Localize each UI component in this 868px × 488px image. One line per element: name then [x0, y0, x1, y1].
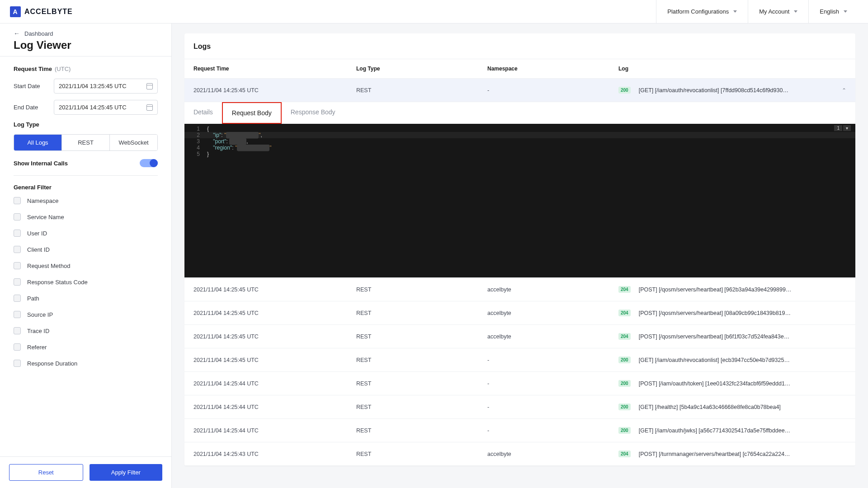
end-date-input[interactable]: 2021/11/04 14:25:45 UTC: [54, 100, 158, 115]
row-detail: DetailsRequest BodyResponse Body1▾1{2 "i…: [184, 102, 855, 278]
reset-button[interactable]: Reset: [9, 464, 83, 481]
cell-namespace: -: [487, 427, 618, 434]
cell-log: 200[POST] [/iam/oauth/token] [1ee01432fc…: [618, 380, 833, 387]
table-row[interactable]: 2021/11/04 14:25:45 UTCRESTaccelbyte204[…: [184, 325, 855, 348]
table-row[interactable]: 2021/11/04 14:25:45 UTCREST-200[GET] [/i…: [184, 348, 855, 372]
sidebar-footer: Reset Apply Filter: [0, 456, 171, 488]
cell-type: REST: [356, 451, 487, 457]
checkbox-icon: [14, 213, 21, 221]
divider: [14, 175, 158, 176]
language-menu[interactable]: English: [808, 0, 858, 23]
checkbox-icon: [14, 295, 21, 302]
my-account-label: My Account: [759, 8, 789, 15]
filter-item[interactable]: Path: [14, 295, 158, 302]
apply-filter-button[interactable]: Apply Filter: [90, 464, 163, 481]
table-row[interactable]: 2021/11/04 14:25:44 UTCREST-200[GET] [/i…: [184, 419, 855, 442]
filter-label: Request Method: [27, 263, 70, 269]
tab-response-body[interactable]: Response Body: [282, 102, 344, 124]
filter-label: Trace ID: [27, 328, 49, 334]
filter-item[interactable]: Request Method: [14, 262, 158, 269]
status-badge: 200: [618, 427, 631, 434]
start-date-input[interactable]: 2021/11/04 13:25:45 UTC: [54, 79, 158, 94]
table-row[interactable]: 2021/11/04 14:25:44 UTCREST-200[POST] [/…: [184, 372, 855, 395]
status-badge: 204: [618, 333, 631, 340]
table-body: 2021/11/04 14:25:45 UTCREST-200[GET] [/i…: [184, 79, 855, 466]
cell-namespace: accelbyte: [487, 310, 618, 316]
table-row[interactable]: 2021/11/04 14:25:43 UTCRESTaccelbyte204[…: [184, 442, 855, 466]
log-type-segment: All Logs REST WebSocket: [14, 134, 158, 151]
my-account-menu[interactable]: My Account: [748, 0, 808, 23]
status-badge: 200: [618, 380, 631, 387]
brand-logo: ACCELBYTE: [10, 6, 73, 17]
show-internal-label: Show Internal Calls: [14, 160, 68, 167]
table-header: Request Time Log Type Namespace Log: [184, 59, 855, 79]
cell-type: REST: [356, 286, 487, 293]
cell-namespace: accelbyte: [487, 451, 618, 457]
calendar-icon: [146, 104, 153, 111]
seg-all-logs[interactable]: All Logs: [14, 135, 62, 150]
table-row[interactable]: 2021/11/04 14:25:45 UTCRESTaccelbyte204[…: [184, 301, 855, 325]
status-badge: 200: [618, 87, 631, 94]
cell-log: 200[GET] [/iam/oauth/revocationlist] [ec…: [618, 357, 833, 363]
cell-namespace: accelbyte: [487, 333, 618, 340]
logs-panel: Logs Request Time Log Type Namespace Log…: [184, 33, 855, 466]
status-badge: 200: [618, 357, 631, 363]
cell-time: 2021/11/04 14:25:44 UTC: [193, 380, 356, 387]
cell-log: 204[POST] [/turnmanager/servers/heartbea…: [618, 450, 833, 457]
cell-time: 2021/11/04 14:25:44 UTC: [193, 404, 356, 410]
cell-type: REST: [356, 87, 487, 94]
checkbox-icon: [14, 327, 21, 334]
filter-item[interactable]: Service Name: [14, 213, 158, 221]
status-badge: 204: [618, 450, 631, 457]
log-text: [POST] [/qosm/servers/heartbeat] [08a09c…: [639, 310, 791, 316]
seg-rest[interactable]: REST: [62, 135, 110, 150]
cell-time: 2021/11/04 14:25:43 UTC: [193, 451, 356, 457]
filters-list: NamespaceService NameUser IDClient IDReq…: [14, 197, 158, 367]
cell-namespace: -: [487, 380, 618, 387]
filter-item[interactable]: Namespace: [14, 197, 158, 204]
filter-item[interactable]: Source IP: [14, 311, 158, 318]
chevron-down-icon: [733, 10, 737, 13]
table-row[interactable]: 2021/11/04 14:25:45 UTCRESTaccelbyte204[…: [184, 278, 855, 301]
filter-label: User ID: [27, 230, 47, 237]
start-date-value: 2021/11/04 13:25:45 UTC: [59, 83, 127, 89]
log-type-section-label: Log Type: [14, 121, 158, 128]
start-date-label: Start Date: [14, 83, 47, 89]
filter-item[interactable]: Response Duration: [14, 360, 158, 367]
filter-item[interactable]: Referer: [14, 343, 158, 351]
table-row[interactable]: 2021/11/04 14:25:45 UTCREST-200[GET] [/i…: [184, 79, 855, 102]
filter-item[interactable]: Client ID: [14, 246, 158, 253]
show-internal-toggle[interactable]: [140, 159, 158, 167]
code-editor[interactable]: 1▾1{2 "ip": "████████",3 "port": ████,4 …: [184, 124, 855, 277]
table-row[interactable]: 2021/11/04 14:25:44 UTCREST-200[GET] [/h…: [184, 395, 855, 419]
platform-config-menu[interactable]: Platform Configurations: [656, 0, 748, 23]
filter-item[interactable]: User ID: [14, 230, 158, 237]
cell-time: 2021/11/04 14:25:45 UTC: [193, 310, 356, 316]
filter-label: Path: [27, 295, 39, 302]
cell-log: 204[POST] [/qosm/servers/heartbeat] [08a…: [618, 310, 833, 316]
breadcrumb-back[interactable]: ← Dashboard: [14, 30, 158, 37]
filter-item[interactable]: Response Status Code: [14, 278, 158, 286]
breadcrumb-label: Dashboard: [24, 30, 53, 37]
cell-type: REST: [356, 333, 487, 340]
log-text: [POST] [/qosm/servers/heartbeat] [b6f1f0…: [639, 333, 790, 340]
log-text: [POST] [/iam/oauth/token] [1ee01432fc234…: [639, 380, 791, 387]
cell-log: 200[GET] [/iam/oauth/jwks] [a56c77143025…: [618, 427, 833, 434]
tab-request-body[interactable]: Request Body: [222, 102, 282, 124]
brand-name: ACCELBYTE: [24, 8, 73, 16]
checkbox-icon: [14, 262, 21, 269]
cell-type: REST: [356, 380, 487, 387]
code-fold-indicator: 1▾: [834, 125, 851, 131]
col-log-header: Log: [618, 66, 833, 72]
cell-log: 200[GET] [/healthz] [5b4a9c14a63c46668e8…: [618, 404, 833, 410]
seg-websocket[interactable]: WebSocket: [110, 135, 157, 150]
calendar-icon: [146, 83, 153, 89]
filter-item[interactable]: Trace ID: [14, 327, 158, 334]
header-nav: Platform Configurations My Account Engli…: [656, 0, 858, 23]
tab-details[interactable]: Details: [184, 102, 222, 124]
sidebar-body: Request Time (UTC) Start Date 2021/11/04…: [0, 56, 171, 456]
cell-namespace: accelbyte: [487, 286, 618, 293]
checkbox-icon: [14, 278, 21, 286]
platform-config-label: Platform Configurations: [667, 8, 729, 15]
log-text: [POST] [/turnmanager/servers/heartbeat] …: [639, 451, 790, 457]
